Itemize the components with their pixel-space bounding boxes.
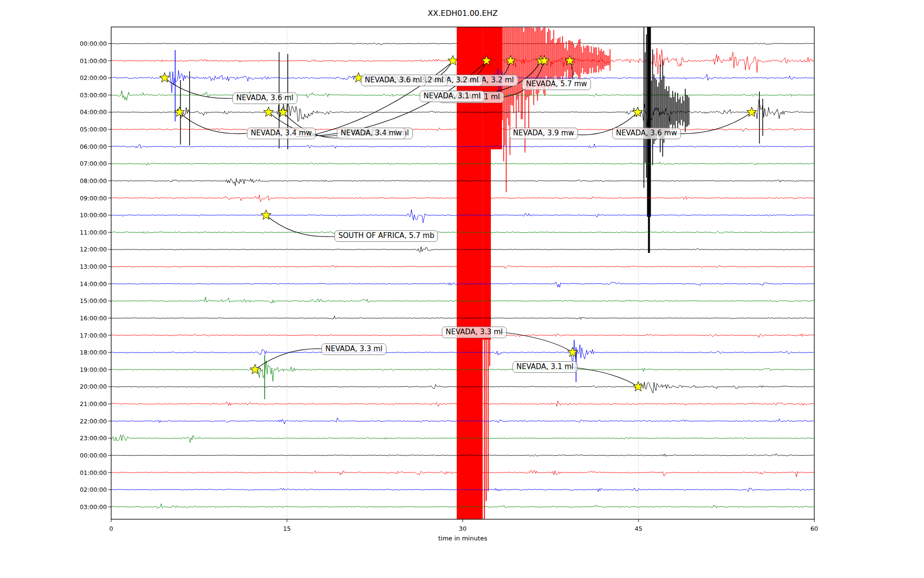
x-tick-label: 15 [283, 525, 291, 532]
event-label: NEVADA, 3.4 mw [337, 128, 406, 139]
y-tick-label: 07:00:00 [80, 160, 107, 167]
y-tick-label: 09:00:00 [80, 195, 107, 202]
y-tick-label: 11:00:00 [80, 229, 107, 236]
y-tick-label: 00:00:00 [80, 452, 107, 459]
red-band-flare [483, 27, 502, 149]
event-label: NEVADA, 5.7 mw [522, 79, 591, 90]
seismogram-window: XX.EDH01.00.EHZ 00:00:0001:00:0002:00:00… [0, 0, 924, 578]
y-tick-label: 15:00:00 [80, 297, 107, 304]
helicorder-canvas: 00:00:0001:00:0002:00:0003:00:0004:00:00… [0, 0, 924, 578]
x-tick-label: 30 [459, 525, 467, 532]
event-arrow [499, 332, 573, 353]
event-star-marker [747, 107, 757, 117]
event-label: NEVADA, 3.6 ml [361, 75, 426, 86]
y-tick-label: 02:00:00 [80, 74, 107, 81]
y-tick-label: 02:00:00 [80, 486, 107, 493]
y-tick-label: 08:00:00 [80, 177, 107, 184]
axes: 00:00:0001:00:0002:00:0003:00:0004:00:00… [80, 40, 818, 532]
event-star-marker [633, 381, 643, 391]
event-arrow [266, 215, 334, 237]
x-tick-label: 60 [810, 525, 818, 532]
event-star-marker [448, 55, 458, 65]
y-tick-label: 19:00:00 [80, 366, 107, 373]
y-tick-label: 12:00:00 [80, 246, 107, 253]
y-tick-label: 13:00:00 [80, 263, 107, 270]
event-label: NEVADA, 3.1 ml [420, 91, 485, 102]
event-label: SOUTH OF AFRICA, 5.7 mb [334, 230, 438, 242]
event-label: NEVADA, 3.6 mw [612, 128, 681, 139]
y-tick-label: 03:00:00 [80, 503, 107, 511]
x-tick-label: 45 [635, 525, 642, 532]
event-label: NEVADA, 3.3 ml [321, 343, 386, 355]
event-label: NEVADA, 3.1 ml [513, 361, 578, 373]
y-tick-label: 23:00:00 [80, 434, 107, 442]
y-tick-label: 03:00:00 [80, 92, 107, 99]
black-clipping-bar [648, 217, 650, 253]
y-tick-label: 17:00:00 [80, 332, 107, 339]
y-tick-label: 20:00:00 [80, 383, 107, 390]
y-tick-label: 05:00:00 [80, 126, 107, 133]
y-tick-label: 18:00:00 [80, 349, 107, 356]
y-tick-label: 00:00:00 [80, 40, 107, 47]
event-label: NEVADA, 3.9 mw [509, 128, 578, 139]
clipped-burst-fan [502, 27, 610, 192]
y-tick-label: 16:00:00 [80, 315, 107, 322]
x-tick-label: 0 [109, 525, 113, 532]
y-tick-label: 06:00:00 [80, 143, 107, 150]
y-tick-label: 01:00:00 [80, 57, 107, 65]
y-tick-label: 22:00:00 [80, 418, 107, 425]
y-tick-label: 14:00:00 [80, 280, 107, 288]
y-tick-label: 04:00:00 [80, 108, 107, 116]
y-tick-label: 10:00:00 [80, 211, 107, 219]
y-tick-label: 01:00:00 [80, 469, 107, 476]
y-tick-label: 21:00:00 [80, 400, 107, 407]
event-label: NEVADA, 3.6 ml [232, 92, 297, 104]
event-label: NEVADA, 3.4 mw [247, 128, 316, 139]
event-star-marker [250, 364, 260, 374]
event-label: NEVADA, 3.3 ml [442, 327, 507, 338]
